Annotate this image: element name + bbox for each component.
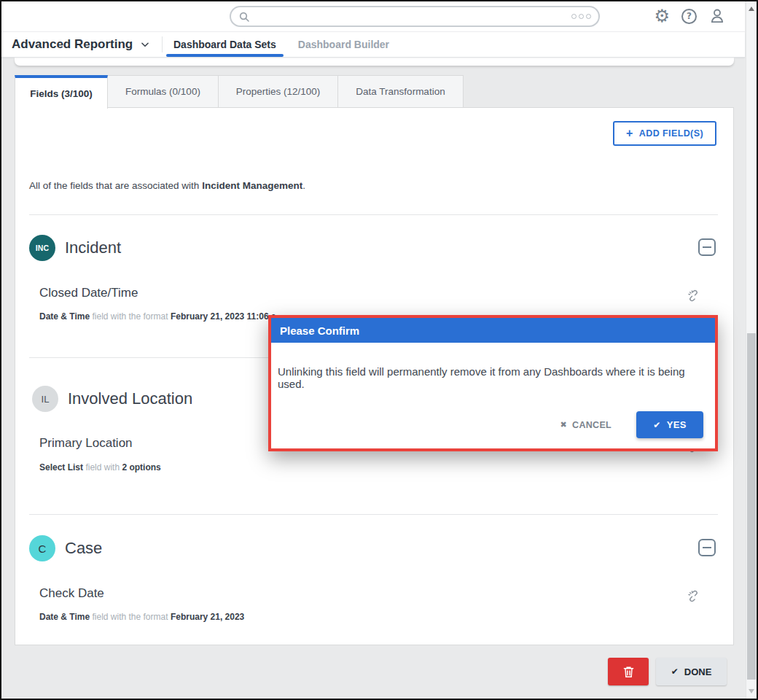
help-icon: ? xyxy=(681,9,697,24)
scrolled-card-edge xyxy=(15,58,734,66)
search-icon xyxy=(238,11,250,23)
topbar-icons: ⚙ ? xyxy=(654,7,726,26)
done-label: DONE xyxy=(684,666,712,677)
footer-actions: ✔ DONE xyxy=(608,658,727,685)
field-name-primary-location: Primary Location xyxy=(39,436,133,451)
confirm-dialog-actions: ✖ CANCEL ✔ YES xyxy=(556,411,703,438)
nav-tab-dashboard-builder[interactable]: Dashboard Builder xyxy=(287,32,400,57)
overflow-dots-icon[interactable] xyxy=(571,14,591,19)
tab-formulas[interactable]: Formulas (0/100) xyxy=(108,75,219,108)
collapse-button-incident[interactable] xyxy=(698,238,716,256)
field-name-closed-date-time: Closed Date/Time xyxy=(39,286,138,300)
chevron-down-icon xyxy=(140,39,150,50)
tab-data-transformation[interactable]: Data Transformation xyxy=(338,75,464,108)
yes-label: YES xyxy=(667,419,687,430)
search-input[interactable] xyxy=(256,10,566,23)
trash-icon xyxy=(623,666,634,678)
done-button[interactable]: ✔ DONE xyxy=(656,658,727,685)
scrollbar-thumb[interactable] xyxy=(747,333,756,680)
module-title: Advanced Reporting xyxy=(12,37,133,52)
tab-properties[interactable]: Properties (12/100) xyxy=(219,75,338,108)
add-fields-button[interactable]: + ADD FIELD(S) xyxy=(613,121,716,146)
check-icon: ✔ xyxy=(653,420,660,430)
confirm-dialog-message: Unlinking this field will permanently re… xyxy=(271,343,715,390)
page-scrollbar[interactable] xyxy=(746,1,757,699)
content-tabs: Fields (3/100) Formulas (0/100) Properti… xyxy=(15,75,464,109)
confirm-dialog-header: Please Confirm xyxy=(271,318,715,343)
module-selector[interactable]: Advanced Reporting xyxy=(0,32,162,57)
scroll-down-arrow[interactable] xyxy=(749,689,754,693)
section-header-case: C Case xyxy=(29,535,102,561)
section-title: Incident xyxy=(65,238,121,257)
collapse-button-case[interactable] xyxy=(698,539,716,556)
section-title: Case xyxy=(65,539,102,558)
tab-fields[interactable]: Fields (3/100) xyxy=(15,75,108,109)
nav-tab-label: Dashboard Builder xyxy=(298,39,389,50)
x-icon: ✖ xyxy=(560,420,568,429)
scroll-up-arrow[interactable] xyxy=(749,7,754,11)
app-frame: ⚙ ? Advanced Reporting Dashboard Data Se… xyxy=(0,0,758,700)
yes-button[interactable]: ✔ YES xyxy=(636,411,703,438)
field-description: Date & Time field with the format Februa… xyxy=(39,612,244,622)
cancel-label: CANCEL xyxy=(572,420,612,430)
confirm-dialog-title: Please Confirm xyxy=(280,324,359,337)
panel-intro: All of the fields that are associated wi… xyxy=(29,180,305,191)
settings-button[interactable]: ⚙ xyxy=(654,7,670,25)
add-fields-label: ADD FIELD(S) xyxy=(639,128,703,139)
section-title: Involved Location xyxy=(68,389,192,408)
nav-bar: Advanced Reporting Dashboard Data Sets D… xyxy=(0,32,745,58)
nav-tab-dashboard-data-sets[interactable]: Dashboard Data Sets xyxy=(163,32,287,57)
section-divider xyxy=(29,214,718,215)
plus-icon: + xyxy=(626,128,633,139)
field-name-check-date: Check Date xyxy=(39,586,104,601)
search-box[interactable] xyxy=(230,6,600,27)
confirm-dialog: Please Confirm Unlinking this field will… xyxy=(268,315,718,451)
section-divider xyxy=(29,514,718,515)
help-button[interactable]: ? xyxy=(681,9,697,24)
top-bar: ⚙ ? xyxy=(0,0,745,32)
unlink-icon[interactable] xyxy=(687,289,700,304)
case-badge: C xyxy=(29,535,55,561)
gear-icon: ⚙ xyxy=(654,7,670,25)
user-icon xyxy=(708,7,726,25)
delete-button[interactable] xyxy=(608,658,649,685)
field-description: Date & Time field with the format Februa… xyxy=(39,311,276,322)
unlink-icon[interactable] xyxy=(687,590,700,604)
check-icon: ✔ xyxy=(671,666,679,677)
incident-badge: INC xyxy=(29,235,55,261)
involved-location-badge: IL xyxy=(32,386,58,412)
section-header-incident: INC Incident xyxy=(29,235,121,261)
cancel-button[interactable]: ✖ CANCEL xyxy=(556,419,616,431)
user-button[interactable] xyxy=(708,7,726,25)
section-header-involved-location: IL Involved Location xyxy=(32,386,192,412)
nav-tab-label: Dashboard Data Sets xyxy=(173,39,276,50)
field-description: Select List field with 2 options xyxy=(39,462,161,472)
